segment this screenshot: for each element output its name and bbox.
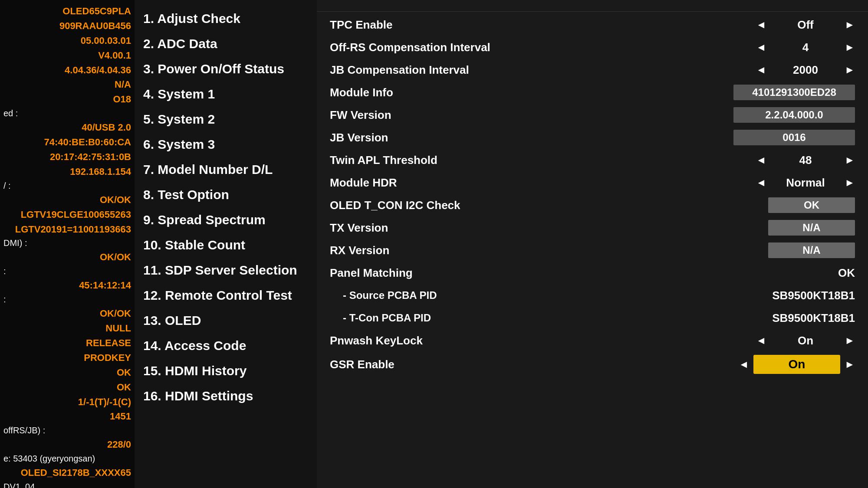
left-arrow-icon[interactable]: ◄ bbox=[756, 154, 766, 166]
setting-value-area: ◄Normal► bbox=[556, 176, 855, 190]
left-arrow-icon[interactable]: ◄ bbox=[756, 19, 766, 31]
info-line: RELEASE bbox=[3, 336, 131, 350]
info-line: PRODKEY bbox=[3, 351, 131, 365]
menu-item[interactable]: 1. Adjust Check bbox=[143, 7, 308, 30]
panel-title bbox=[317, 4, 868, 12]
right-arrow-icon[interactable]: ► bbox=[845, 41, 855, 53]
setting-value-ok-box: N/A bbox=[768, 220, 855, 236]
right-arrow-icon[interactable]: ► bbox=[845, 177, 855, 189]
left-arrow-icon[interactable]: ◄ bbox=[739, 358, 749, 370]
setting-label: FW Version bbox=[330, 108, 556, 122]
setting-row: TX VersionN/A bbox=[317, 216, 868, 239]
left-arrow-icon[interactable]: ◄ bbox=[756, 64, 766, 76]
setting-value: Off bbox=[771, 18, 840, 32]
menu-item[interactable]: 8. Test Option bbox=[143, 183, 308, 206]
setting-row: FW Version2.2.04.000.0 bbox=[317, 104, 868, 126]
setting-label: TPC Enable bbox=[330, 18, 556, 32]
info-line: 909RAAU0B456 bbox=[3, 19, 131, 33]
setting-row: Pnwash KeyLock◄On► bbox=[317, 329, 868, 352]
setting-label: - T-Con PCBA PID bbox=[330, 312, 556, 324]
setting-value-area: ◄On► bbox=[556, 355, 855, 374]
setting-label: JB Compensation Interval bbox=[330, 63, 556, 77]
setting-value: On bbox=[771, 334, 840, 347]
info-line: 20:17:42:75:31:0B bbox=[3, 150, 131, 164]
menu-item[interactable]: 11. SDP Server Selection bbox=[143, 259, 308, 282]
menu-item[interactable]: 10. Stable Count bbox=[143, 233, 308, 257]
left-arrow-icon[interactable]: ◄ bbox=[756, 177, 766, 189]
setting-value-area: ◄4► bbox=[556, 41, 855, 54]
right-arrow-icon[interactable]: ► bbox=[845, 19, 855, 31]
menu-item[interactable]: 7. Model Number D/L bbox=[143, 158, 308, 181]
info-line: 228/0 bbox=[3, 438, 131, 452]
setting-value-area: 2.2.04.000.0 bbox=[556, 107, 855, 123]
info-line: 40/USB 2.0 bbox=[3, 121, 131, 134]
setting-label: JB Version bbox=[330, 131, 556, 144]
info-line: DV1_04 OLED_UHD_HDR_DV2_05 bbox=[3, 481, 131, 488]
menu-item[interactable]: 6. System 3 bbox=[143, 133, 308, 156]
info-line: OK/OK bbox=[3, 307, 131, 321]
info-line: OK/OK bbox=[3, 250, 131, 264]
right-settings-panel: TPC Enable◄Off►Off-RS Compensation Inter… bbox=[317, 0, 868, 488]
middle-menu-panel: 1. Adjust Check2. ADC Data3. Power On/Of… bbox=[135, 0, 317, 488]
menu-item[interactable]: 14. Access Code bbox=[143, 334, 308, 357]
menu-item[interactable]: 15. HDMI History bbox=[143, 359, 308, 383]
setting-value-box: 0016 bbox=[733, 130, 855, 145]
info-line: OK bbox=[3, 366, 131, 380]
setting-label: Pnwash KeyLock bbox=[330, 334, 556, 347]
info-line: OK/OK bbox=[3, 193, 131, 207]
setting-value-plain: OK bbox=[838, 266, 855, 280]
setting-value-highlighted: On bbox=[753, 355, 840, 374]
left-info-panel: OLED65C9PLA909RAAU0B45605.00.03.01V4.00.… bbox=[0, 0, 135, 488]
right-arrow-icon[interactable]: ► bbox=[845, 64, 855, 76]
setting-label: Panel Matching bbox=[330, 266, 556, 280]
info-line: LGTV19CLGE100655263 bbox=[3, 208, 131, 222]
left-arrow-icon[interactable]: ◄ bbox=[756, 41, 766, 53]
setting-row: TPC Enable◄Off► bbox=[317, 13, 868, 36]
setting-row: Twin APL Threshold◄48► bbox=[317, 149, 868, 171]
info-line: LGTV20191=11001193663 bbox=[3, 223, 131, 236]
info-line: 45:14:12:14 bbox=[3, 278, 131, 292]
setting-value-area: ◄48► bbox=[556, 154, 855, 167]
info-line: OLED65C9PLA bbox=[3, 4, 131, 18]
menu-item[interactable]: 5. System 2 bbox=[143, 108, 308, 131]
setting-value-plain: SB9500KT18B1 bbox=[772, 311, 855, 325]
setting-value-box: 2.2.04.000.0 bbox=[733, 107, 855, 123]
setting-value-area: N/A bbox=[556, 220, 855, 236]
setting-value-area: N/A bbox=[556, 242, 855, 258]
setting-label: GSR Enable bbox=[330, 358, 556, 371]
setting-value-area: OK bbox=[556, 266, 855, 280]
info-line: OK bbox=[3, 380, 131, 394]
menu-item[interactable]: 13. OLED bbox=[143, 309, 308, 332]
setting-label: Module HDR bbox=[330, 176, 556, 190]
info-line: 192.168.1.154 bbox=[3, 165, 131, 179]
setting-row: JB Compensation Interval◄2000► bbox=[317, 59, 868, 81]
setting-value-area: SB9500KT18B1 bbox=[556, 311, 855, 325]
right-arrow-icon[interactable]: ► bbox=[845, 334, 855, 347]
menu-item[interactable]: 9. Spread Spectrum bbox=[143, 208, 308, 232]
info-line: 1451 bbox=[3, 409, 131, 423]
info-line: 05.00.03.01 bbox=[3, 34, 131, 48]
setting-value-area: 0016 bbox=[556, 130, 855, 145]
menu-item[interactable]: 3. Power On/Off Status bbox=[143, 57, 308, 81]
right-arrow-icon[interactable]: ► bbox=[845, 358, 855, 370]
setting-row: OLED T_CON I2C CheckOK bbox=[317, 194, 868, 216]
menu-item[interactable]: 12. Remote Control Test bbox=[143, 284, 308, 307]
setting-value: 48 bbox=[771, 154, 840, 167]
menu-item[interactable]: 4. System 1 bbox=[143, 82, 308, 106]
setting-value-area: OK bbox=[556, 197, 855, 213]
info-line: 4.04.36/4.04.36 bbox=[3, 63, 131, 77]
info-line: ed : bbox=[3, 107, 131, 120]
setting-row: RX VersionN/A bbox=[317, 239, 868, 262]
right-arrow-icon[interactable]: ► bbox=[845, 154, 855, 166]
left-arrow-icon[interactable]: ◄ bbox=[756, 334, 766, 347]
setting-value: 2000 bbox=[771, 63, 840, 77]
menu-item[interactable]: 16. HDMI Settings bbox=[143, 384, 308, 408]
setting-row: Off-RS Compensation Interval◄4► bbox=[317, 36, 868, 59]
setting-value-area: 4101291300ED28 bbox=[556, 85, 855, 100]
info-line: 74:40:BE:B0:60:CA bbox=[3, 135, 131, 149]
setting-value: 4 bbox=[771, 41, 840, 54]
setting-row: Module HDR◄Normal► bbox=[317, 171, 868, 194]
menu-item[interactable]: 2. ADC Data bbox=[143, 32, 308, 56]
info-line: DMI) : bbox=[3, 237, 131, 249]
setting-value-ok-box: OK bbox=[768, 197, 855, 213]
